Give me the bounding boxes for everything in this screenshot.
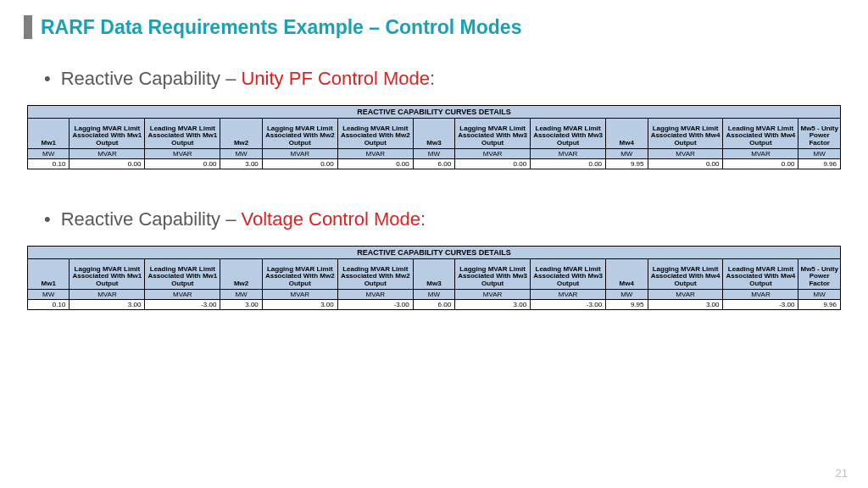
col-unit: MW: [28, 149, 70, 159]
col-header: Mw1: [28, 259, 70, 290]
col-header: Leading MVAR Limit Associated With Mw1 O…: [145, 119, 220, 149]
col-unit: MVAR: [455, 149, 531, 159]
cell-value: -3.00: [531, 300, 606, 310]
col-unit: MW: [220, 149, 262, 159]
table-voltage-mode: REACTIVE CAPABILITY CURVES DETAILSMw1Lag…: [27, 246, 841, 310]
cell-value: 0.00: [648, 159, 723, 169]
col-header: Mw1: [28, 119, 70, 149]
col-header: Mw3: [413, 119, 454, 149]
table-voltage-mode-wrap: REACTIVE CAPABILITY CURVES DETAILSMw1Lag…: [27, 246, 841, 310]
cell-value: 9.95: [606, 159, 648, 169]
col-unit: MVAR: [455, 290, 531, 300]
col-unit: MVAR: [262, 149, 337, 159]
col-unit: MW: [606, 290, 648, 300]
col-unit: MVAR: [70, 149, 145, 159]
col-header: Mw2: [220, 259, 262, 290]
col-header: Leading MVAR Limit Associated With Mw3 O…: [531, 119, 606, 149]
col-unit: MVAR: [723, 290, 798, 300]
cell-value: 6.00: [413, 159, 454, 169]
col-unit: MVAR: [337, 149, 413, 159]
cell-value: 9.96: [798, 159, 841, 169]
bullet-mode: Voltage Control Mode: [241, 208, 420, 230]
bullet-mode: Unity PF Control Mode: [241, 68, 430, 89]
table-banner: REACTIVE CAPABILITY CURVES DETAILS: [28, 247, 841, 259]
cell-value: 9.96: [798, 300, 841, 310]
col-header: Lagging MVAR Limit Associated With Mw1 O…: [70, 259, 145, 290]
col-unit: MW: [606, 149, 648, 159]
bullet-voltage-mode: • Reactive Capability – Voltage Control …: [0, 208, 868, 230]
col-unit: MVAR: [648, 149, 723, 159]
col-header: Leading MVAR Limit Associated With Mw2 O…: [337, 119, 413, 149]
title-accent: [24, 15, 32, 39]
col-header: Lagging MVAR Limit Associated With Mw2 O…: [262, 119, 337, 149]
col-unit: MVAR: [648, 290, 723, 300]
cell-value: 0.00: [262, 159, 337, 169]
bullet-prefix: Reactive Capability –: [61, 208, 242, 230]
col-header: Mw5 - Unity Power Factor: [798, 119, 841, 149]
cell-value: -3.00: [145, 300, 220, 310]
col-header: Lagging MVAR Limit Associated With Mw1 O…: [70, 119, 145, 149]
col-unit: MVAR: [145, 149, 220, 159]
col-unit: MVAR: [70, 290, 145, 300]
cell-value: 6.00: [413, 300, 454, 310]
cell-value: 0.00: [337, 159, 413, 169]
col-header: Lagging MVAR Limit Associated With Mw3 O…: [455, 259, 531, 290]
col-header: Lagging MVAR Limit Associated With Mw4 O…: [648, 119, 723, 149]
cell-value: 3.00: [262, 300, 337, 310]
slide-title: RARF Data Requirements Example – Control…: [41, 16, 521, 39]
col-unit: MVAR: [145, 290, 220, 300]
col-header: Mw4: [606, 259, 648, 290]
col-header: Mw5 - Unity Power Factor: [798, 259, 841, 290]
table-banner: REACTIVE CAPABILITY CURVES DETAILS: [28, 106, 841, 119]
cell-value: 0.00: [145, 159, 220, 169]
col-unit: MVAR: [531, 290, 606, 300]
col-unit: MVAR: [531, 149, 606, 159]
bullet-prefix: Reactive Capability –: [61, 68, 242, 89]
cell-value: 0.00: [531, 159, 606, 169]
cell-value: 3.00: [70, 300, 145, 310]
col-header: Lagging MVAR Limit Associated With Mw4 O…: [648, 259, 723, 290]
col-unit: MW: [28, 290, 70, 300]
cell-value: 9.95: [606, 300, 648, 310]
col-header: Lagging MVAR Limit Associated With Mw2 O…: [262, 259, 337, 290]
cell-value: 3.00: [648, 300, 723, 310]
bullet-suffix: :: [420, 208, 426, 230]
table-unity-pf-wrap: REACTIVE CAPABILITY CURVES DETAILSMw1Lag…: [27, 105, 841, 169]
bullet-dot: •: [44, 68, 51, 90]
col-unit: MVAR: [723, 149, 798, 159]
col-header: Mw4: [606, 119, 648, 149]
col-unit: MVAR: [337, 290, 413, 300]
col-unit: MW: [413, 149, 454, 159]
cell-value: 0.10: [28, 300, 70, 310]
col-header: Leading MVAR Limit Associated With Mw2 O…: [337, 259, 413, 290]
col-header: Leading MVAR Limit Associated With Mw3 O…: [531, 259, 606, 290]
col-unit: MW: [220, 290, 262, 300]
cell-value: 3.00: [455, 300, 531, 310]
cell-value: 0.00: [455, 159, 531, 169]
slide-title-bar: RARF Data Requirements Example – Control…: [0, 0, 868, 39]
col-header: Leading MVAR Limit Associated With Mw1 O…: [145, 259, 220, 290]
col-header: Mw3: [413, 259, 454, 290]
cell-value: 0.00: [70, 159, 145, 169]
cell-value: 0.10: [28, 159, 70, 169]
cell-value: 3.00: [220, 159, 262, 169]
col-header: Leading MVAR Limit Associated With Mw4 O…: [723, 259, 798, 290]
bullet-suffix: :: [430, 68, 435, 89]
cell-value: 0.00: [723, 159, 798, 169]
col-header: Mw2: [220, 119, 262, 149]
cell-value: -3.00: [337, 300, 413, 310]
cell-value: 3.00: [220, 300, 262, 310]
cell-value: -3.00: [723, 300, 798, 310]
col-unit: MVAR: [262, 290, 337, 300]
table-unity-pf: REACTIVE CAPABILITY CURVES DETAILSMw1Lag…: [27, 105, 841, 169]
col-unit: MW: [798, 290, 841, 300]
col-unit: MW: [798, 149, 841, 159]
bullet-dot: •: [44, 208, 51, 230]
col-header: Leading MVAR Limit Associated With Mw4 O…: [723, 119, 798, 149]
col-header: Lagging MVAR Limit Associated With Mw3 O…: [455, 119, 531, 149]
bullet-unity-pf: • Reactive Capability – Unity PF Control…: [0, 68, 868, 90]
page-number: 21: [836, 467, 848, 480]
col-unit: MW: [413, 290, 454, 300]
